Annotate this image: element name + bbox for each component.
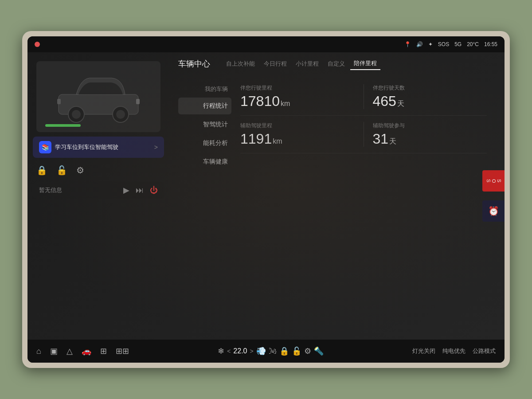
car-svg — [50, 70, 147, 123]
stat-days-unit: 天 — [397, 100, 404, 107]
svg-rect-6 — [57, 99, 61, 104]
menu-health[interactable]: 车辆健康 — [178, 153, 231, 170]
car-icon[interactable]: 🚗 — [82, 346, 91, 356]
power-button[interactable]: ⏻ — [150, 186, 158, 195]
nav-icon[interactable]: △ — [66, 346, 73, 356]
svg-rect-5 — [136, 99, 140, 104]
menu-top-label: 我的车辆 — [178, 82, 231, 96]
nav-title: 车辆中心 — [178, 59, 210, 69]
fan-icon[interactable]: 💨 — [256, 346, 266, 356]
outer-frame: 📍 🔊 ✦ SOS 5G 20°C 16:55 P — [22, 31, 510, 368]
clock-edge-button[interactable]: ⏰ — [482, 200, 505, 222]
learn-arrow: > — [154, 144, 158, 151]
stat-days-label: 伴您行驶天数 — [373, 84, 487, 92]
media-no-info-text: 暂无信息 — [39, 186, 117, 194]
stat-assist-days-unit: 天 — [389, 137, 396, 145]
time-text: 16:55 — [484, 41, 497, 47]
toolbar-right: 灯光关闭 纯电优先 公路模式 — [412, 347, 496, 355]
lights-off-button[interactable]: 灯光关闭 — [412, 347, 435, 355]
camera-icon[interactable]: ▣ — [50, 346, 58, 356]
toolbar-left: ⌂ ▣ △ 🚗 ⊞ ⊞⊞ — [36, 346, 129, 356]
media-bar: 暂无信息 ▶ ⏭ ⏻ — [33, 182, 164, 199]
lock-toolbar-icon[interactable]: 🔒 — [279, 346, 289, 356]
nav-tabs: 自上次补能 今日行程 小计里程 自定义 陪伴里程 — [223, 58, 380, 70]
stat-assist-mileage-unit: km — [273, 137, 282, 145]
temp-control: < 22.0 > — [227, 347, 254, 355]
lock-icon[interactable]: 🔒 — [36, 165, 47, 176]
status-dot — [35, 42, 40, 47]
temp-text: 20°C — [467, 41, 479, 47]
bottom-toolbar: ⌂ ▣ △ 🚗 ⊞ ⊞⊞ ❄ < 22.0 > 💨 🌬 🔒 🔓 ⚙ 🔦 — [27, 340, 505, 363]
settings-icon[interactable]: ⚙ — [76, 165, 84, 176]
stat-days-number: 465 — [373, 93, 396, 109]
learn-icon: 📚 — [39, 141, 51, 153]
stat-assist-days-value: 31天 — [373, 131, 487, 147]
light-toolbar-icon[interactable]: 🔦 — [314, 346, 324, 356]
menu-energy[interactable]: 能耗分析 — [178, 135, 231, 152]
divider-2 — [364, 122, 364, 147]
unlock-toolbar-icon[interactable]: 🔓 — [292, 346, 301, 356]
stat-assist-mileage-label: 辅助驾驶里程 — [240, 122, 355, 129]
tab-last-charge[interactable]: 自上次补能 — [223, 58, 258, 70]
learn-banner[interactable]: 📚 学习车位到车位智能驾驶 > — [33, 137, 164, 158]
main-area: P — [27, 52, 505, 340]
temp-increase-button[interactable]: > — [250, 348, 254, 355]
header-nav: 车辆中心 自上次补能 今日行程 小计里程 自定义 陪伴里程 — [174, 52, 500, 74]
svg-point-4 — [116, 110, 125, 119]
seat-heat-left[interactable]: 🌬 — [269, 347, 277, 356]
menu-smart-drive[interactable]: 智驾统计 — [178, 116, 231, 133]
status-bar: 📍 🔊 ✦ SOS 5G 20°C 16:55 — [27, 36, 505, 52]
unlock-icon[interactable]: 🔓 — [56, 165, 67, 176]
left-menu: 我的车辆 行程统计 智驾统计 能耗分析 车辆健康 — [178, 74, 231, 340]
toolbar-center: ❄ < 22.0 > 💨 🌬 🔒 🔓 ⚙ 🔦 — [218, 346, 324, 356]
network-text: 5G — [454, 41, 462, 47]
ev-priority-button[interactable]: 纯电优先 — [442, 347, 466, 355]
divider-1 — [364, 84, 364, 109]
green-bar — [45, 124, 81, 127]
stat-mileage-unit: km — [281, 100, 290, 107]
tab-mileage[interactable]: 小计里程 — [292, 58, 322, 70]
stat-assist-mileage-number: 1191 — [240, 131, 272, 147]
stat-assist-days-label: 辅助驾驶参与 — [373, 122, 487, 129]
quick-icons-row: 🔒 🔓 ⚙ — [27, 161, 169, 179]
tab-custom[interactable]: 自定义 — [324, 58, 348, 70]
left-panel: P — [27, 52, 169, 340]
stats-section-1: 伴您行驶里程 17810km 伴您行驶天数 465天 — [240, 78, 487, 116]
volume-icon: 🔊 — [416, 41, 423, 47]
settings-toolbar-icon[interactable]: ⚙ — [304, 346, 311, 356]
center-panel: 车辆中心 自上次补能 今日行程 小计里程 自定义 陪伴里程 我的车辆 行程统计 — [169, 52, 505, 340]
car-image-area — [36, 61, 160, 132]
sos-text: SOS — [438, 41, 449, 47]
sos-edge-button[interactable]: SOS — [482, 170, 505, 192]
location-icon: 📍 — [404, 41, 411, 47]
tab-today-trip[interactable]: 今日行程 — [260, 58, 290, 70]
home-icon[interactable]: ⌂ — [36, 347, 41, 356]
screen: 📍 🔊 ✦ SOS 5G 20°C 16:55 P — [27, 36, 505, 363]
stat-assist-days: 辅助驾驶参与 31天 — [373, 122, 487, 147]
learn-text: 学习车位到车位智能驾驶 — [55, 143, 151, 151]
tab-companion[interactable]: 陪伴里程 — [350, 58, 380, 70]
stat-mileage-value: 17810km — [240, 94, 355, 109]
stat-mileage-total: 伴您行驶里程 17810km — [240, 84, 355, 109]
svg-point-2 — [72, 110, 81, 119]
temp-display: 22.0 — [233, 347, 247, 355]
stat-days-value: 465天 — [373, 94, 487, 109]
apps-icon[interactable]: ⊞ — [100, 346, 107, 356]
stat-days-total: 伴您行驶天数 465天 — [373, 84, 487, 109]
stat-assist-mileage: 辅助驾驶里程 1191km — [240, 122, 355, 147]
stats-section-2: 辅助驾驶里程 1191km 辅助驾驶参与 31天 — [240, 116, 487, 153]
right-edge: SOS ⏰ — [482, 52, 505, 340]
grid-icon[interactable]: ⊞⊞ — [116, 346, 129, 356]
stats-panel: 伴您行驶里程 17810km 伴您行驶天数 465天 — [231, 74, 496, 340]
temp-decrease-button[interactable]: < — [227, 348, 231, 355]
stat-assist-days-number: 31 — [373, 131, 389, 147]
play-button[interactable]: ▶ — [123, 185, 129, 195]
road-mode-button[interactable]: 公路模式 — [473, 347, 496, 355]
bluetooth-icon: ✦ — [428, 41, 433, 47]
menu-trip-stats[interactable]: 行程统计 — [178, 98, 231, 114]
stat-mileage-number: 17810 — [240, 93, 280, 109]
stat-assist-mileage-value: 1191km — [240, 131, 355, 147]
next-button[interactable]: ⏭ — [136, 186, 144, 195]
stat-mileage-label: 伴您行驶里程 — [240, 84, 355, 92]
ac-icon[interactable]: ❄ — [218, 346, 224, 356]
